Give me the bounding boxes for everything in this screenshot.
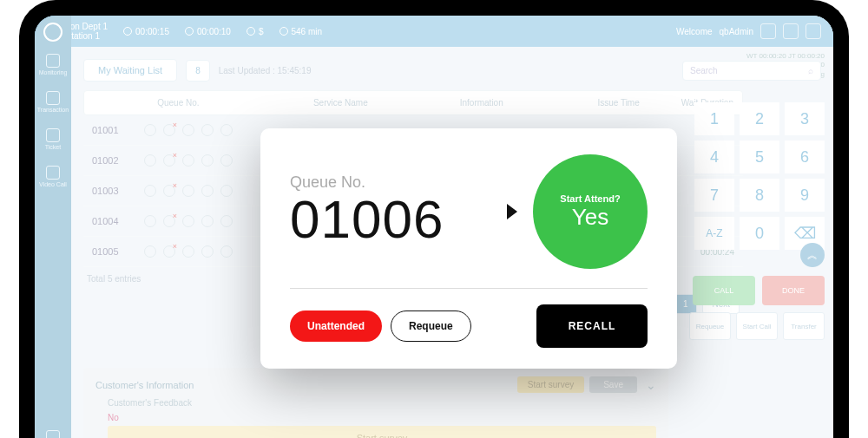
arrow-right-icon: [507, 204, 517, 219]
key-4[interactable]: 4: [694, 141, 734, 173]
col-service: Service Name: [264, 98, 418, 108]
sidebar-item-monitoring[interactable]: Monitoring: [35, 50, 71, 79]
list-title[interactable]: My Waiting List: [83, 59, 177, 82]
row-action-icon[interactable]: [201, 154, 214, 167]
key-7[interactable]: 7: [694, 179, 734, 212]
queue-cell: 01003: [92, 186, 144, 196]
key-A-Z[interactable]: A-Z: [694, 217, 734, 250]
col-queue-no: Queue No.: [93, 98, 264, 108]
start-survey-button[interactable]: Start survey: [517, 376, 584, 393]
key-5[interactable]: 5: [740, 141, 779, 173]
row-action-icon[interactable]: [201, 185, 214, 197]
row-action-icon[interactable]: [144, 154, 156, 167]
row-action-icon[interactable]: [144, 185, 156, 197]
dollar-icon: [247, 27, 255, 36]
queue-number: 01006: [290, 188, 491, 250]
monitor-icon: [46, 54, 60, 68]
row-action-icon[interactable]: [182, 124, 194, 136]
key-1[interactable]: 1: [694, 102, 734, 135]
unattended-button[interactable]: Unattended: [290, 311, 382, 342]
row-action-icon[interactable]: [163, 124, 175, 136]
requeue-button[interactable]: Requeue: [391, 311, 471, 342]
video-icon: [46, 166, 60, 180]
welcome-label: Welcome: [676, 27, 713, 36]
queue-cell: 01004: [92, 216, 144, 226]
sidebar-item-videocall[interactable]: Video Call: [35, 162, 71, 191]
bell-icon[interactable]: [783, 23, 799, 39]
keypad-collapse-icon[interactable]: ︽: [800, 243, 825, 267]
row-action-icon[interactable]: [163, 154, 175, 167]
col-info: Information: [418, 98, 546, 108]
row-action-icon[interactable]: [182, 245, 194, 258]
search-icon: ⌕: [808, 66, 813, 75]
sidebar-item-transaction[interactable]: Transaction: [35, 88, 71, 116]
transaction-icon: [46, 91, 60, 105]
row-action-icon[interactable]: [163, 245, 175, 258]
queue-cell: 01001: [92, 125, 144, 135]
queue-modal: Queue No. 01006 Start Attend? Yes Unatte…: [260, 128, 677, 369]
clock-icon: [123, 27, 132, 36]
chevron-down-icon[interactable]: ⌄: [646, 378, 656, 392]
row-action-icon[interactable]: [220, 154, 233, 167]
row-action-icon[interactable]: [201, 245, 214, 258]
row-action-icon[interactable]: [201, 124, 214, 136]
queue-cell: 01002: [92, 155, 144, 166]
sidebar: Monitoring Transaction Ticket Video Call…: [35, 16, 71, 438]
col-issue: Issue Time: [546, 98, 640, 108]
row-action-icon[interactable]: [163, 185, 175, 197]
ticket-icon: [46, 128, 60, 142]
row-action-icon[interactable]: [182, 215, 194, 227]
row-action-icon[interactable]: [201, 215, 214, 227]
row-action-icon[interactable]: [163, 215, 175, 227]
queue-cell: 01005: [92, 246, 144, 257]
row-action-icon[interactable]: [144, 215, 156, 227]
done-button[interactable]: DONE: [762, 276, 825, 305]
clock-icon: [279, 27, 288, 36]
clock-icon: [185, 27, 194, 36]
transfer-small-button[interactable]: Transfer: [783, 312, 825, 340]
keypad: 123456789A-Z0⌫: [694, 102, 825, 250]
row-action-icon[interactable]: [220, 215, 233, 227]
row-action-icon[interactable]: [182, 154, 194, 167]
key-2[interactable]: 2: [740, 102, 779, 135]
user-icon[interactable]: [760, 23, 776, 39]
row-action-icon[interactable]: [182, 185, 194, 197]
startcall-small-button[interactable]: Start Call: [736, 312, 778, 340]
logout-icon[interactable]: [806, 23, 821, 39]
save-button[interactable]: Save: [589, 376, 637, 393]
customer-panel: Customer's Information Start survey Save…: [83, 368, 668, 438]
key-8[interactable]: 8: [740, 179, 779, 212]
row-action-icon[interactable]: [144, 124, 156, 136]
key-3[interactable]: 3: [785, 102, 825, 135]
requeue-small-button[interactable]: Requeue: [689, 312, 731, 340]
key-6[interactable]: 6: [785, 141, 825, 173]
key-9[interactable]: 9: [785, 179, 825, 212]
start-attend-button[interactable]: Start Attend? Yes: [533, 154, 648, 269]
customer-icon: [46, 430, 60, 438]
last-updated: Last Updated : 15:45:19: [219, 66, 312, 75]
user-name: qbAdmin: [720, 27, 753, 36]
search-input[interactable]: Search ⌕: [682, 61, 821, 81]
row-action-icon[interactable]: [220, 124, 233, 136]
customer-title: Customer's Information: [95, 380, 194, 390]
header-bar: Location Dept 1 Workstation 1 00:00:15 0…: [35, 16, 833, 47]
key-0[interactable]: 0: [740, 217, 779, 250]
row-action-icon[interactable]: [220, 245, 233, 258]
row-action-icon[interactable]: [144, 245, 156, 258]
call-button[interactable]: CALL: [693, 276, 755, 305]
recall-button[interactable]: RECALL: [536, 304, 648, 348]
row-action-icon[interactable]: [220, 185, 233, 197]
sidebar-item-ticket[interactable]: Ticket: [35, 125, 71, 154]
list-count: 8: [186, 60, 210, 82]
sidebar-item-customer[interactable]: Customer: [35, 427, 71, 438]
survey-bar[interactable]: Start survey: [108, 426, 656, 438]
app-logo-icon: [43, 23, 62, 42]
